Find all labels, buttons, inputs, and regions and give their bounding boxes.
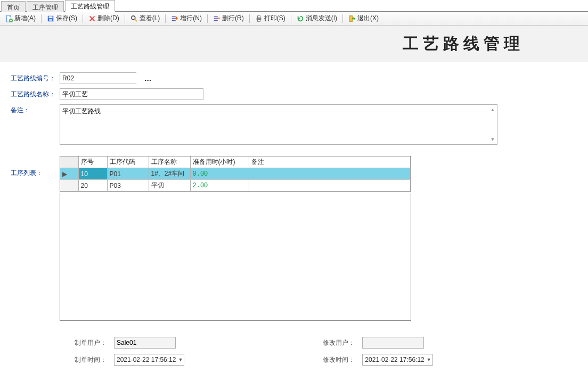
- code-label: 工艺路线编号：: [11, 72, 60, 83]
- chevron-down-icon: ▼: [178, 357, 183, 362]
- toolbar-separator: [291, 14, 291, 23]
- addrow-icon: [171, 15, 178, 22]
- create-time-dropdown[interactable]: 2021-02-22 17:56:12 ▼: [114, 354, 184, 366]
- svg-point-5: [131, 15, 135, 19]
- toolbar-separator: [165, 14, 166, 23]
- tab-home[interactable]: 首页: [1, 1, 26, 12]
- view-label: 查看(L): [140, 14, 160, 23]
- addrow-button[interactable]: 增行(N): [168, 13, 205, 24]
- delete-icon: [88, 15, 96, 22]
- delrow-label: 删行(R): [222, 14, 244, 23]
- refresh-icon: [297, 15, 304, 22]
- footer-panel: 制单用户： 制单时间： 2021-02-22 17:56:12 ▼ 修改用户： …: [11, 337, 577, 371]
- svg-point-9: [259, 18, 260, 19]
- chevron-down-icon: ▼: [427, 357, 431, 362]
- page-title: 工艺路线管理: [403, 33, 524, 55]
- tabs-bar: 首页 工序管理 工艺路线管理: [0, 0, 588, 12]
- cell-code[interactable]: P01: [107, 168, 149, 180]
- list-label: 工序列表：: [11, 156, 60, 178]
- svg-rect-3: [49, 16, 53, 18]
- scroll-up-icon[interactable]: ▲: [489, 106, 496, 113]
- modify-time-value: 2021-02-22 17:56:12: [365, 356, 424, 363]
- svg-rect-10: [349, 15, 353, 21]
- modify-user-field: [362, 337, 424, 349]
- addrow-label: 增行(N): [180, 14, 202, 23]
- svg-rect-7: [257, 15, 260, 18]
- name-label: 工艺路线名称：: [11, 88, 60, 99]
- toolbar-separator: [342, 14, 343, 23]
- create-user-field: [114, 337, 176, 349]
- toolbar-separator: [125, 14, 125, 23]
- cell-seq[interactable]: 10: [78, 168, 107, 180]
- col-remark[interactable]: 备注: [249, 156, 411, 168]
- name-input[interactable]: [60, 88, 203, 100]
- remark-label: 备注：: [11, 104, 60, 115]
- col-seq[interactable]: 序号: [78, 156, 107, 168]
- tab-routing[interactable]: 工艺路线管理: [65, 0, 115, 12]
- print-icon: [255, 15, 263, 22]
- new-label: 新增(A): [14, 14, 36, 23]
- row-indicator-icon: ▶: [60, 168, 78, 180]
- exit-button[interactable]: 退出(X): [345, 13, 382, 24]
- toolbar-separator: [207, 14, 208, 23]
- grid-blank-area: [60, 193, 411, 321]
- save-icon: [47, 15, 54, 22]
- cell-hours[interactable]: 0.00: [190, 168, 249, 180]
- code-lookup-button[interactable]: …: [144, 73, 152, 83]
- process-grid: 序号 工序代码 工序名称 准备用时(小时) 备注 ▶ 10 P01 1#、2#车…: [60, 156, 411, 192]
- cell-seq[interactable]: 20: [78, 180, 107, 192]
- toolbar-separator: [83, 14, 83, 23]
- modify-time-dropdown[interactable]: 2021-02-22 17:56:12 ▼: [362, 354, 432, 366]
- save-label: 保存(S): [56, 14, 77, 23]
- new-icon: [5, 15, 13, 22]
- view-button[interactable]: 查看(L): [127, 13, 164, 24]
- col-hours[interactable]: 准备用时(小时): [190, 156, 249, 168]
- exit-icon: [348, 15, 356, 22]
- create-time-label: 制单时间：: [75, 354, 114, 365]
- row-indicator: [60, 180, 78, 192]
- remark-textarea[interactable]: [60, 104, 497, 145]
- cell-name[interactable]: 平切: [149, 180, 190, 192]
- grid-corner: [60, 156, 78, 168]
- delete-label: 删除(D): [97, 14, 119, 23]
- send-label: 消息发送(I): [306, 14, 337, 23]
- create-user-label: 制单用户：: [75, 337, 114, 347]
- grid-row[interactable]: ▶ 10 P01 1#、2#车间 0.00: [60, 168, 411, 180]
- send-button[interactable]: 消息发送(I): [293, 13, 340, 24]
- scroll-down-icon[interactable]: ▼: [489, 136, 496, 143]
- cell-code[interactable]: P03: [107, 180, 149, 192]
- toolbar-separator: [249, 14, 250, 23]
- col-name[interactable]: 工序名称: [149, 156, 190, 168]
- page-heading-bar: 工艺路线管理: [0, 26, 588, 62]
- toolbar: 新增(A) 保存(S) 删除(D) 查看(L) 增行(N) 删行(R) 打印(S…: [0, 12, 588, 26]
- create-time-value: 2021-02-22 17:56:12: [117, 356, 176, 363]
- print-label: 打印(S): [264, 14, 285, 23]
- delrow-icon: [213, 15, 220, 22]
- delete-button[interactable]: 删除(D): [85, 13, 123, 24]
- save-button[interactable]: 保存(S): [44, 13, 80, 24]
- cell-hours[interactable]: 2.00: [190, 180, 249, 192]
- modify-user-label: 修改用户：: [323, 337, 362, 347]
- print-button[interactable]: 打印(S): [252, 13, 289, 24]
- code-input-wrap: …: [60, 72, 136, 84]
- cell-remark[interactable]: [249, 168, 411, 180]
- grid-row[interactable]: 20 P03 平切 2.00: [60, 180, 411, 192]
- modify-time-label: 修改时间：: [323, 354, 362, 365]
- exit-label: 退出(X): [357, 14, 379, 23]
- grid-header-row: 序号 工序代码 工序名称 准备用时(小时) 备注: [60, 156, 411, 168]
- tab-process[interactable]: 工序管理: [27, 1, 64, 12]
- col-code[interactable]: 工序代码: [107, 156, 149, 168]
- svg-rect-8: [257, 19, 260, 21]
- svg-rect-4: [49, 19, 52, 21]
- new-button[interactable]: 新增(A): [2, 13, 39, 24]
- delrow-button[interactable]: 删行(R): [210, 13, 247, 24]
- cell-remark[interactable]: [249, 180, 411, 192]
- code-input[interactable]: [60, 73, 144, 83]
- cell-name[interactable]: 1#、2#车间: [149, 168, 190, 180]
- search-icon: [130, 15, 138, 22]
- toolbar-separator: [41, 14, 42, 23]
